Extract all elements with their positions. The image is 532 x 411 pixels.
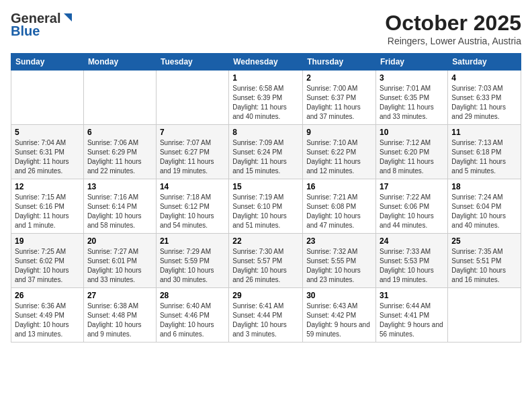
logo: General Blue [11,11,72,39]
col-header-sunday: Sunday [11,54,84,71]
calendar-cell [11,71,84,125]
calendar-cell: 29Sunrise: 6:41 AM Sunset: 4:44 PM Dayli… [229,288,303,342]
day-info: Sunrise: 7:10 AM Sunset: 6:22 PM Dayligh… [306,138,372,176]
location-subtitle: Reingers, Lower Austria, Austria [385,36,521,46]
day-number: 30 [306,291,372,300]
day-number: 15 [232,182,299,191]
calendar-cell: 19Sunrise: 7:25 AM Sunset: 6:02 PM Dayli… [11,234,84,288]
calendar-cell [448,288,521,342]
day-number: 31 [380,291,444,300]
day-number: 29 [232,291,299,300]
day-number: 6 [87,128,152,137]
day-number: 28 [160,291,225,300]
day-info: Sunrise: 7:27 AM Sunset: 6:01 PM Dayligh… [87,247,152,285]
day-number: 5 [15,128,80,137]
calendar-cell: 7Sunrise: 7:07 AM Sunset: 6:27 PM Daylig… [156,125,228,179]
title-block: October 2025 Reingers, Lower Austria, Au… [385,11,521,46]
day-info: Sunrise: 7:35 AM Sunset: 5:51 PM Dayligh… [451,247,517,285]
day-info: Sunrise: 7:22 AM Sunset: 6:06 PM Dayligh… [380,193,444,230]
header-row: SundayMondayTuesdayWednesdayThursdayFrid… [11,54,521,71]
day-info: Sunrise: 7:03 AM Sunset: 6:33 PM Dayligh… [451,84,517,122]
col-header-tuesday: Tuesday [156,54,228,71]
day-number: 16 [306,182,372,191]
day-info: Sunrise: 7:01 AM Sunset: 6:35 PM Dayligh… [380,84,444,122]
day-number: 3 [380,73,444,83]
col-header-thursday: Thursday [303,54,376,71]
col-header-saturday: Saturday [448,54,521,71]
col-header-monday: Monday [83,54,156,71]
day-number: 8 [232,128,299,137]
day-number: 2 [306,73,372,83]
day-number: 22 [232,236,299,246]
month-year-title: October 2025 [385,11,521,36]
calendar-cell: 14Sunrise: 7:18 AM Sunset: 6:12 PM Dayli… [156,179,228,234]
calendar-cell: 4Sunrise: 7:03 AM Sunset: 6:33 PM Daylig… [448,71,521,125]
page-header: General Blue October 2025 Reingers, Lowe… [11,11,521,46]
day-info: Sunrise: 6:41 AM Sunset: 4:44 PM Dayligh… [232,302,299,339]
day-info: Sunrise: 7:21 AM Sunset: 6:08 PM Dayligh… [306,193,372,230]
calendar-cell [156,71,228,125]
week-row-4: 19Sunrise: 7:25 AM Sunset: 6:02 PM Dayli… [11,234,521,288]
day-info: Sunrise: 6:58 AM Sunset: 6:39 PM Dayligh… [232,84,299,122]
calendar-cell: 18Sunrise: 7:24 AM Sunset: 6:04 PM Dayli… [448,179,521,234]
calendar-cell: 12Sunrise: 7:15 AM Sunset: 6:16 PM Dayli… [11,179,84,234]
calendar-cell: 13Sunrise: 7:16 AM Sunset: 6:14 PM Dayli… [83,179,156,234]
day-number: 7 [160,128,225,137]
day-info: Sunrise: 7:15 AM Sunset: 6:16 PM Dayligh… [15,193,80,230]
day-info: Sunrise: 7:30 AM Sunset: 5:57 PM Dayligh… [232,247,299,285]
day-number: 11 [451,128,517,137]
week-row-3: 12Sunrise: 7:15 AM Sunset: 6:16 PM Dayli… [11,179,521,234]
day-number: 25 [451,236,517,246]
calendar-cell: 24Sunrise: 7:33 AM Sunset: 5:53 PM Dayli… [376,234,448,288]
day-info: Sunrise: 7:12 AM Sunset: 6:20 PM Dayligh… [380,138,444,176]
day-info: Sunrise: 7:24 AM Sunset: 6:04 PM Dayligh… [451,193,517,230]
day-info: Sunrise: 7:16 AM Sunset: 6:14 PM Dayligh… [87,193,152,230]
week-row-2: 5Sunrise: 7:04 AM Sunset: 6:31 PM Daylig… [11,125,521,179]
day-number: 24 [380,236,444,246]
col-header-friday: Friday [376,54,448,71]
calendar-cell: 27Sunrise: 6:38 AM Sunset: 4:48 PM Dayli… [83,288,156,342]
day-number: 9 [306,128,372,137]
calendar-cell: 21Sunrise: 7:29 AM Sunset: 5:59 PM Dayli… [156,234,228,288]
calendar-cell: 31Sunrise: 6:44 AM Sunset: 4:41 PM Dayli… [376,288,448,342]
day-info: Sunrise: 7:09 AM Sunset: 6:24 PM Dayligh… [232,138,299,176]
day-info: Sunrise: 7:32 AM Sunset: 5:55 PM Dayligh… [306,247,372,285]
day-number: 17 [380,182,444,191]
day-info: Sunrise: 7:18 AM Sunset: 6:12 PM Dayligh… [160,193,225,230]
day-info: Sunrise: 7:29 AM Sunset: 5:59 PM Dayligh… [160,247,225,285]
calendar-cell: 15Sunrise: 7:19 AM Sunset: 6:10 PM Dayli… [229,179,303,234]
day-info: Sunrise: 7:19 AM Sunset: 6:10 PM Dayligh… [232,193,299,230]
day-number: 4 [451,73,517,83]
calendar-cell: 3Sunrise: 7:01 AM Sunset: 6:35 PM Daylig… [376,71,448,125]
day-info: Sunrise: 6:44 AM Sunset: 4:41 PM Dayligh… [380,302,444,339]
calendar-cell: 8Sunrise: 7:09 AM Sunset: 6:24 PM Daylig… [229,125,303,179]
calendar-cell: 25Sunrise: 7:35 AM Sunset: 5:51 PM Dayli… [448,234,521,288]
day-number: 21 [160,236,225,246]
calendar-cell: 20Sunrise: 7:27 AM Sunset: 6:01 PM Dayli… [83,234,156,288]
day-info: Sunrise: 7:04 AM Sunset: 6:31 PM Dayligh… [15,138,80,176]
day-info: Sunrise: 7:33 AM Sunset: 5:53 PM Dayligh… [380,247,444,285]
calendar-cell: 2Sunrise: 7:00 AM Sunset: 6:37 PM Daylig… [303,71,376,125]
calendar-cell: 16Sunrise: 7:21 AM Sunset: 6:08 PM Dayli… [303,179,376,234]
day-number: 12 [15,182,80,191]
calendar-cell: 9Sunrise: 7:10 AM Sunset: 6:22 PM Daylig… [303,125,376,179]
svg-marker-0 [64,13,72,21]
calendar-cell: 30Sunrise: 6:43 AM Sunset: 4:42 PM Dayli… [303,288,376,342]
calendar-cell: 28Sunrise: 6:40 AM Sunset: 4:46 PM Dayli… [156,288,228,342]
day-number: 1 [232,73,299,83]
calendar-cell: 1Sunrise: 6:58 AM Sunset: 6:39 PM Daylig… [229,71,303,125]
day-number: 14 [160,182,225,191]
day-info: Sunrise: 7:00 AM Sunset: 6:37 PM Dayligh… [306,84,372,122]
day-number: 10 [380,128,444,137]
calendar-cell: 23Sunrise: 7:32 AM Sunset: 5:55 PM Dayli… [303,234,376,288]
day-number: 19 [15,236,80,246]
day-info: Sunrise: 7:25 AM Sunset: 6:02 PM Dayligh… [15,247,80,285]
calendar-cell: 10Sunrise: 7:12 AM Sunset: 6:20 PM Dayli… [376,125,448,179]
day-info: Sunrise: 6:40 AM Sunset: 4:46 PM Dayligh… [160,302,225,339]
day-info: Sunrise: 6:38 AM Sunset: 4:48 PM Dayligh… [87,302,152,339]
calendar-cell: 26Sunrise: 6:36 AM Sunset: 4:49 PM Dayli… [11,288,84,342]
day-number: 27 [87,291,152,300]
day-info: Sunrise: 7:06 AM Sunset: 6:29 PM Dayligh… [87,138,152,176]
day-number: 20 [87,236,152,246]
day-number: 13 [87,182,152,191]
